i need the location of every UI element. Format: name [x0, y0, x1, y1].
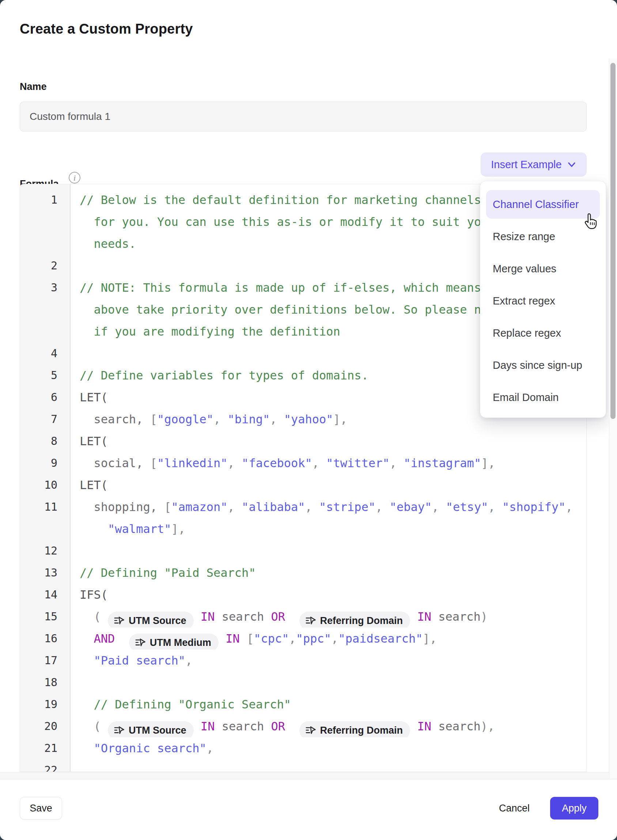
line-number: 2 — [20, 255, 71, 277]
code-content: ( UTM Source IN search OR Referring Doma… — [71, 606, 586, 627]
code-token: "alibaba" — [242, 500, 305, 514]
modal-scrollbar[interactable] — [609, 59, 617, 779]
code-token: [ — [240, 632, 254, 645]
line-number: 9 — [20, 452, 71, 474]
line-number — [20, 320, 71, 342]
code-token — [285, 610, 300, 624]
code-token — [285, 719, 300, 733]
cancel-button[interactable]: Cancel — [493, 797, 536, 819]
property-icon — [114, 725, 125, 735]
code-token: // Defining "Organic Search" — [80, 697, 291, 712]
code-content: AND UTM Medium IN ["cpc","ppc","paidsear… — [71, 627, 586, 650]
code-content: social, ["linkedin", "facebook", "twitte… — [71, 452, 586, 474]
menu-item-merge-values[interactable]: Merge values — [486, 254, 600, 283]
menu-item-resize-range[interactable]: Resize range — [486, 222, 600, 251]
page-title: Create a Custom Property — [20, 21, 193, 37]
code-token: , — [390, 456, 404, 470]
code-token: , — [488, 500, 502, 514]
code-content: ( UTM Source IN search OR Referring Doma… — [71, 715, 586, 737]
line-number: 22 — [20, 759, 71, 772]
code-token: ], — [334, 412, 348, 426]
property-icon — [305, 725, 316, 735]
code-token: ), — [481, 719, 495, 733]
code-content: // Defining "Organic Search" — [71, 694, 586, 715]
line-number: 1 — [20, 189, 71, 211]
dialog-footer: Save Cancel Apply — [0, 779, 617, 840]
code-token: , — [375, 500, 390, 514]
code-line: 10LET( — [20, 474, 586, 496]
menu-item-email-domain[interactable]: Email Domain — [486, 383, 600, 412]
code-content — [71, 540, 586, 562]
line-number — [20, 233, 71, 255]
code-token: LET( — [80, 434, 108, 448]
code-token: "shopify" — [502, 500, 565, 514]
code-token: "walmart" — [108, 522, 171, 536]
menu-item-days-since-sign-up[interactable]: Days since sign-up — [486, 351, 600, 379]
insert-example-button[interactable]: Insert Example — [481, 152, 587, 177]
code-token: IN — [410, 719, 431, 733]
line-number — [20, 211, 71, 233]
code-token: ], — [481, 456, 495, 470]
property-chip-referring-domain[interactable]: Referring Domain — [300, 611, 410, 627]
line-number: 6 — [20, 386, 71, 408]
code-token: shopping, — [80, 500, 164, 514]
name-input[interactable] — [20, 102, 587, 131]
code-token: needs. — [80, 237, 136, 251]
code-content: LET( — [71, 430, 586, 452]
code-token: , — [331, 632, 338, 645]
code-token: "google" — [157, 412, 214, 426]
code-token: social, — [80, 456, 150, 470]
code-line: 13// Defining "Paid Search" — [20, 562, 586, 584]
menu-item-extract-regex[interactable]: Extract regex — [486, 286, 600, 315]
code-token: "amazon" — [171, 500, 227, 514]
code-line: 11 shopping, ["amazon", "alibaba", "stri… — [20, 496, 586, 518]
code-token: // Defining "Paid Search" — [80, 566, 256, 580]
code-token: [ — [164, 500, 171, 514]
code-token: "etsy" — [446, 500, 489, 514]
scrollbar-thumb[interactable] — [610, 63, 616, 419]
line-number: 4 — [20, 342, 71, 365]
line-number: 12 — [20, 540, 71, 562]
code-content: "Paid search", — [71, 650, 586, 672]
code-token: , — [312, 456, 326, 470]
code-line: 19 // Defining "Organic Search" — [20, 694, 586, 715]
line-number: 5 — [20, 365, 71, 386]
line-number: 18 — [20, 672, 71, 694]
line-number: 21 — [20, 737, 71, 759]
code-line: 17 "Paid search", — [20, 650, 586, 672]
property-chip-utm-medium[interactable]: UTM Medium — [129, 633, 218, 650]
code-token: "Paid search" — [80, 654, 185, 667]
code-content: "Organic search", — [71, 737, 586, 759]
code-content: // Defining "Paid Search" — [71, 562, 586, 584]
code-line: 18 — [20, 672, 586, 694]
gutter-top-fill — [20, 184, 71, 189]
code-token: OR — [271, 610, 285, 624]
code-token — [115, 632, 129, 645]
property-chip-label: UTM Source — [128, 611, 186, 627]
code-token: search, — [80, 412, 150, 426]
code-token: if you are modifying the definition — [80, 325, 340, 338]
line-number: 13 — [20, 562, 71, 584]
apply-button[interactable]: Apply — [550, 797, 598, 819]
code-token: , — [305, 500, 319, 514]
line-number: 15 — [20, 606, 71, 627]
property-chip-referring-domain[interactable]: Referring Domain — [300, 721, 410, 737]
info-icon: i — [69, 172, 80, 183]
save-button[interactable]: Save — [20, 797, 62, 819]
code-token: , — [207, 741, 214, 755]
property-chip-label: UTM Medium — [150, 633, 211, 650]
name-label: Name — [20, 81, 47, 93]
code-token: // Define variables for types of domains… — [80, 369, 369, 382]
property-chip-utm-source[interactable]: UTM Source — [108, 611, 194, 627]
property-chip-utm-source[interactable]: UTM Source — [108, 721, 194, 737]
code-token: search — [214, 610, 271, 624]
menu-item-replace-regex[interactable]: Replace regex — [486, 319, 600, 347]
code-token: , — [228, 500, 242, 514]
code-line: 20 ( UTM Source IN search OR Referring D… — [20, 715, 586, 737]
code-token: ], — [423, 632, 437, 645]
line-number — [20, 299, 71, 320]
menu-item-channel-classifier[interactable]: Channel Classifier — [486, 190, 600, 218]
code-token: OR — [271, 719, 285, 733]
create-custom-property-dialog: Create a Custom Property Name Formula i … — [0, 0, 617, 840]
line-number: 17 — [20, 650, 71, 672]
